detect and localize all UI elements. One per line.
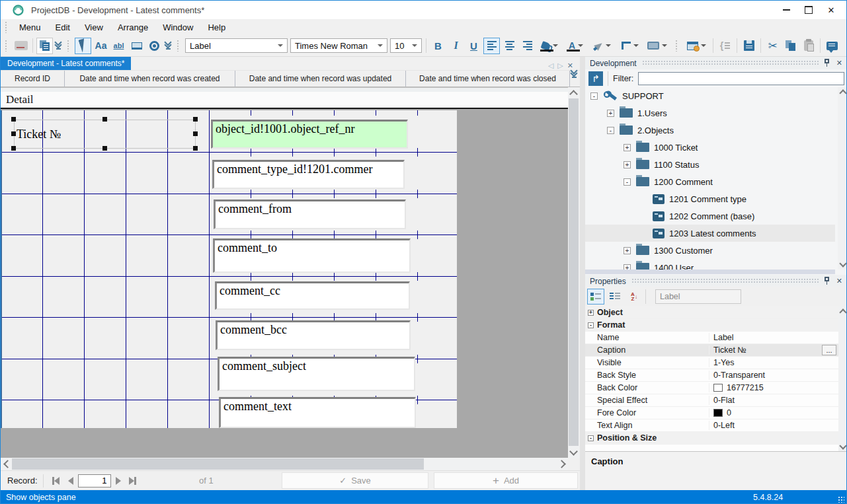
design-vertical-scrollbar[interactable] [568,87,579,458]
toolbar-grip[interactable] [177,40,180,52]
menu-item-arrange[interactable]: Arrange [110,22,155,32]
selection-handle[interactable] [193,131,198,136]
fill-color-button[interactable] [537,38,562,54]
tree-item-1202-comment-base[interactable]: 1202 Comment (base) [585,207,835,225]
selection-handle[interactable] [193,146,198,151]
selection-handle[interactable] [11,131,16,136]
scroll-up-button[interactable] [838,306,847,316]
property-row-fore-color[interactable]: Fore Color0 [585,407,838,419]
close-button[interactable]: ✕ [820,2,842,18]
italic-button[interactable]: I [448,38,464,54]
property-object-combo[interactable]: Label [655,289,741,304]
objects-list-button[interactable] [36,38,53,54]
tree-item-1-users[interactable]: +1.Users [585,104,835,122]
record-next-button[interactable] [111,474,126,488]
tree-item-1400-user[interactable]: +1400 User [585,259,835,270]
close-pane-icon[interactable]: ✕ [836,59,842,67]
select-tool-button[interactable] [75,38,91,54]
pin-icon[interactable] [824,277,830,285]
properties-vertical-scrollbar[interactable] [838,306,847,451]
tree-item-support[interactable]: -SUPPORT [585,87,835,104]
properties-pane-header[interactable]: Properties ✕ [585,275,847,287]
record-first-button[interactable] [49,474,63,488]
form-options-button[interactable] [683,38,709,54]
radio-tool-button[interactable] [146,38,163,54]
toolbar-grip[interactable] [5,21,8,33]
toolbar-grip[interactable] [5,40,8,52]
resize-grip[interactable] [838,496,844,503]
maximize-button[interactable] [797,2,820,18]
column-header-updated[interactable]: Date and time when record was updated [235,71,406,87]
tree-item-1201-comment-type[interactable]: 1201 Comment type [585,190,835,207]
objects-pane-header[interactable]: Development ✕ [585,57,847,69]
font-size-combo[interactable]: 10 [390,38,422,53]
paste-button[interactable] [800,38,817,54]
property-category-format[interactable]: -Format [585,319,838,332]
record-prev-button[interactable] [63,474,78,488]
menu-item-menu[interactable]: Menu [12,22,48,32]
align-right-button[interactable] [519,38,536,54]
property-row-name[interactable]: NameLabel [585,332,838,344]
property-row-back-color[interactable]: Back Color16777215 [585,382,838,394]
filter-input[interactable] [638,72,844,85]
selection-handle[interactable] [102,146,107,151]
label-tool-button[interactable]: Aa [93,38,109,54]
scroll-down-button[interactable] [838,260,847,270]
tree-item-1100-status[interactable]: +1100 Status [585,156,835,173]
toolbar-overflow-chevron[interactable] [56,42,61,50]
menu-item-edit[interactable]: Edit [48,22,77,32]
alphabetic-view-button[interactable] [606,289,624,305]
font-color-button[interactable]: A [563,38,588,54]
property-row-text-align[interactable]: Text Align0-Left [585,419,838,432]
property-row-special-effect[interactable]: Special Effect0-Flat [585,394,838,407]
tree-horizontal-scrollbar[interactable] [585,270,835,274]
align-left-button[interactable] [483,38,500,54]
selected-label-ticket[interactable]: Ticket № [14,120,196,149]
scroll-right-button[interactable] [557,458,568,470]
align-center-button[interactable] [501,38,518,54]
save-button[interactable] [741,38,757,54]
add-record-button[interactable]: + Add [434,472,578,489]
scroll-left-button[interactable] [1,458,12,470]
selection-handle[interactable] [193,117,198,122]
menu-item-help[interactable]: Help [200,22,233,32]
scroll-down-button[interactable] [838,442,847,451]
textbox-tool-button[interactable]: abl [110,38,127,54]
category-expander[interactable]: + [588,310,594,316]
toolbar-grip[interactable] [67,40,70,52]
design-horizontal-scrollbar[interactable] [1,458,568,470]
field-comment-type-id-1201-commer[interactable]: comment_type_id!1201.commer [212,160,405,189]
selection-handle[interactable] [11,117,16,122]
apply-filter-button[interactable]: ↱ [588,71,603,86]
tree-expander[interactable]: - [607,127,614,134]
tree-expander[interactable]: + [624,161,631,168]
category-expander[interactable]: - [588,322,594,328]
outline-button[interactable]: { [717,38,733,54]
column-header-record-id[interactable]: Record ID [1,71,65,87]
field-object-id-1001-object-ref-nr[interactable]: object_id!1001.object_ref_nr [211,120,408,149]
selection-handle[interactable] [11,146,16,151]
property-row-back-style[interactable]: Back Style0-Transparent [585,369,838,382]
tree-item-1000-ticket[interactable]: +1000 Ticket [585,139,835,156]
tab-scroll-left-icon[interactable]: ◁ [548,61,553,70]
column-header-closed[interactable]: Date and time when record was closed [406,71,570,87]
scroll-up-button[interactable] [568,87,579,98]
pin-icon[interactable] [824,59,830,67]
underline-button[interactable]: U [465,38,482,54]
font-name-combo[interactable]: Times New Roman [290,38,387,53]
record-last-button[interactable] [126,474,140,488]
column-header-created[interactable]: Date and time when record was created [65,71,235,87]
tree-item-1200-comment[interactable]: -1200 Comment [585,173,835,190]
close-pane-icon[interactable]: ✕ [836,277,842,285]
menu-item-view[interactable]: View [77,22,110,32]
record-number-input[interactable] [78,474,111,487]
minimize-button[interactable] [775,2,797,18]
border-style-button[interactable] [618,38,643,54]
tree-vertical-scrollbar[interactable] [838,87,847,270]
button-tool-button[interactable] [128,38,145,54]
field-comment-text[interactable]: comment_text [219,397,416,428]
field-comment-bcc[interactable]: comment_bcc [216,320,411,350]
categorized-view-button[interactable] [587,289,604,305]
toolbar-overflow-chevron[interactable] [165,42,171,50]
tab-development-latest-comments[interactable]: Development - Latest comments* [1,57,131,70]
